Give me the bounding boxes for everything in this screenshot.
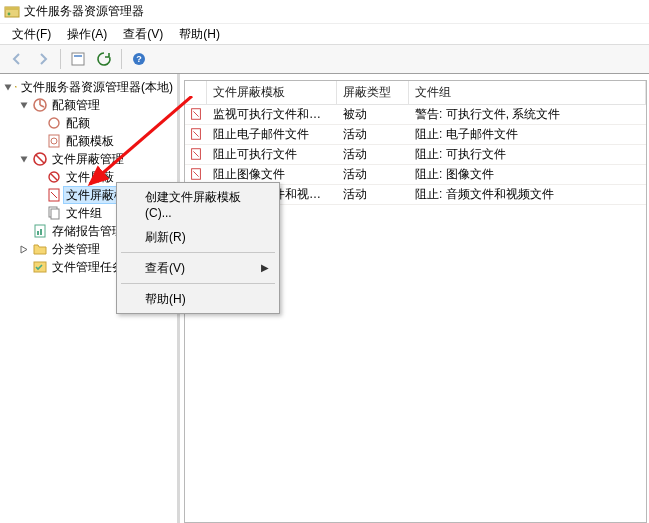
tree-label: 文件组 — [64, 205, 104, 221]
table-row[interactable]: 阻止可执行文件活动阻止: 可执行文件 — [185, 145, 646, 165]
template-icon — [185, 107, 207, 121]
ctx-view[interactable]: 查看(V) ▶ — [119, 256, 277, 280]
table-row[interactable]: 监视可执行文件和系统文件被动警告: 可执行文件, 系统文件 — [185, 105, 646, 125]
files-icon — [46, 205, 62, 221]
svg-rect-3 — [72, 53, 84, 65]
screen-icon — [46, 169, 62, 185]
quota-icon — [32, 97, 48, 113]
nav-back-button[interactable] — [6, 48, 28, 70]
cell-type: 活动 — [337, 186, 409, 203]
svg-rect-4 — [74, 55, 82, 57]
tree-label: 配额 — [64, 115, 92, 131]
collapse-icon[interactable] — [18, 153, 30, 165]
tree-quota[interactable]: 配额 — [30, 114, 177, 132]
screen-icon — [32, 151, 48, 167]
server-icon — [15, 79, 17, 95]
ctx-help[interactable]: 帮助(H) — [119, 287, 277, 311]
svg-rect-19 — [40, 229, 42, 235]
nav-fwd-button[interactable] — [32, 48, 54, 70]
col-template[interactable]: 文件屏蔽模板 — [207, 81, 337, 104]
svg-rect-7 — [15, 86, 17, 87]
svg-point-9 — [49, 118, 59, 128]
cell-template: 监视可执行文件和系统文件 — [207, 106, 337, 123]
tree-label: 配额模板 — [64, 133, 116, 149]
collapse-icon[interactable] — [4, 81, 13, 93]
cell-template: 阻止图像文件 — [207, 166, 337, 183]
help-button[interactable]: ? — [128, 48, 150, 70]
menu-view[interactable]: 查看(V) — [115, 24, 171, 45]
table-row[interactable]: 阻止电子邮件文件活动阻止: 电子邮件文件 — [185, 125, 646, 145]
window-title: 文件服务器资源管理器 — [24, 3, 144, 20]
quota-icon — [46, 115, 62, 131]
app-icon — [4, 4, 20, 20]
toolbar-separator — [121, 49, 122, 69]
expand-icon[interactable] — [18, 243, 30, 255]
svg-rect-18 — [37, 231, 39, 235]
cell-type: 活动 — [337, 146, 409, 163]
tree-quota-tpl[interactable]: 配额模板 — [30, 132, 177, 150]
tree-label: 文件屏蔽管理 — [50, 151, 126, 167]
cell-filegroup: 警告: 可执行文件, 系统文件 — [409, 106, 646, 123]
report-icon — [32, 223, 48, 239]
cell-type: 活动 — [337, 166, 409, 183]
template-icon — [46, 187, 62, 203]
ctx-create-template[interactable]: 创建文件屏蔽模板(C)... — [119, 185, 277, 225]
menu-file[interactable]: 文件(F) — [4, 24, 59, 45]
template-icon — [185, 127, 207, 141]
menu-help[interactable]: 帮助(H) — [171, 24, 228, 45]
content-area: 文件服务器资源管理器(本地) 配额管理 配额 — [0, 74, 649, 523]
cell-filegroup: 阻止: 图像文件 — [409, 166, 646, 183]
menu-action[interactable]: 操作(A) — [59, 24, 115, 45]
toolbar: ? — [0, 44, 649, 74]
toolbar-separator — [60, 49, 61, 69]
cell-filegroup: 阻止: 可执行文件 — [409, 146, 646, 163]
refresh-button[interactable] — [93, 48, 115, 70]
tree-label: 存储报告管理 — [50, 223, 126, 239]
svg-text:?: ? — [136, 54, 142, 64]
cell-template: 阻止电子邮件文件 — [207, 126, 337, 143]
template-icon — [185, 147, 207, 161]
cell-filegroup: 阻止: 电子邮件文件 — [409, 126, 646, 143]
template-icon — [185, 167, 207, 181]
col-filegroup[interactable]: 文件组 — [409, 81, 646, 104]
cell-template: 阻止可执行文件 — [207, 146, 337, 163]
tree-screen-mgmt[interactable]: 文件屏蔽管理 — [16, 150, 177, 168]
cell-type: 活动 — [337, 126, 409, 143]
ctx-separator — [121, 283, 275, 284]
context-menu: 创建文件屏蔽模板(C)... 刷新(R) 查看(V) ▶ 帮助(H) — [116, 182, 280, 314]
tree-quota-mgmt[interactable]: 配额管理 — [16, 96, 177, 114]
col-type[interactable]: 屏蔽类型 — [337, 81, 409, 104]
column-headers: 文件屏蔽模板 屏蔽类型 文件组 — [185, 81, 646, 105]
svg-point-2 — [8, 12, 11, 15]
tree-label: 文件服务器资源管理器(本地) — [19, 79, 175, 95]
toolbar-btn-1[interactable] — [67, 48, 89, 70]
folder-icon — [32, 241, 48, 257]
tree-label: 分类管理 — [50, 241, 102, 257]
title-bar: 文件服务器资源管理器 — [0, 0, 649, 24]
cell-filegroup: 阻止: 音频文件和视频文件 — [409, 186, 646, 203]
template-icon — [46, 133, 62, 149]
tree-root[interactable]: 文件服务器资源管理器(本地) — [2, 78, 177, 96]
tree-label: 配额管理 — [50, 97, 102, 113]
svg-rect-16 — [51, 209, 59, 219]
col-icon[interactable] — [185, 81, 207, 104]
tree-label: 文件屏蔽 — [64, 169, 116, 185]
tree-label: 文件管理任务 — [50, 259, 126, 275]
tasks-icon — [32, 259, 48, 275]
collapse-icon[interactable] — [18, 99, 30, 111]
ctx-separator — [121, 252, 275, 253]
menu-bar: 文件(F) 操作(A) 查看(V) 帮助(H) — [0, 24, 649, 44]
cell-type: 被动 — [337, 106, 409, 123]
svg-rect-1 — [5, 7, 19, 10]
submenu-arrow-icon: ▶ — [261, 260, 269, 276]
ctx-label: 查看(V) — [145, 261, 185, 275]
ctx-refresh[interactable]: 刷新(R) — [119, 225, 277, 249]
